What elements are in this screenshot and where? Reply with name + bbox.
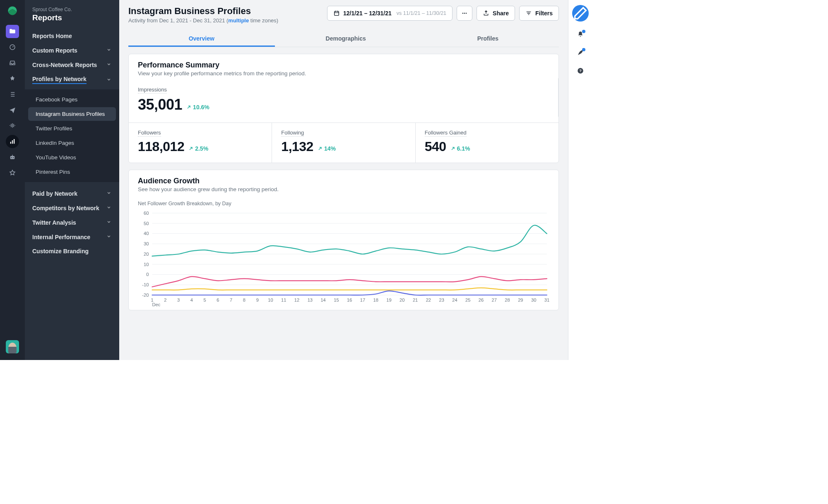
- sidebar-subitem[interactable]: LinkedIn Pages: [28, 136, 116, 150]
- right-rail: ?: [568, 0, 592, 360]
- arrow-up-right-icon: [450, 146, 455, 151]
- sidebar-subitem[interactable]: Facebook Pages: [28, 93, 116, 106]
- nav-publishing-icon[interactable]: [6, 25, 19, 38]
- date-range-button[interactable]: 12/1/21 – 12/31/21 vs 11/1/21 – 11/30/21: [327, 6, 453, 21]
- metric-label: Followers Gained: [425, 130, 467, 137]
- svg-text:26: 26: [479, 298, 484, 302]
- sidebar-item[interactable]: Customize Branding: [25, 244, 119, 258]
- metric-value: 540: [425, 139, 446, 154]
- sidebar-item[interactable]: Twitter Analysis: [25, 215, 119, 230]
- metric-delta: 10.6%: [186, 104, 209, 110]
- svg-text:9: 9: [256, 298, 259, 302]
- svg-text:27: 27: [492, 298, 497, 302]
- sidebar-item[interactable]: Custom Reports: [25, 43, 119, 58]
- filters-button[interactable]: Filters: [519, 6, 559, 21]
- sidebar-item[interactable]: Paid by Network: [25, 186, 119, 201]
- nav-reports-icon[interactable]: [6, 135, 19, 148]
- tab[interactable]: Overview: [128, 31, 275, 47]
- svg-text:20: 20: [400, 298, 404, 302]
- main: Instagram Business Profiles Activity fro…: [119, 0, 568, 360]
- nav-listen-icon[interactable]: [6, 119, 19, 132]
- help-button[interactable]: ?: [577, 67, 584, 76]
- svg-text:25: 25: [465, 298, 470, 302]
- sidebar-item[interactable]: Cross-Network Reports: [25, 58, 119, 72]
- svg-rect-1: [10, 156, 15, 159]
- user-avatar[interactable]: [6, 340, 19, 353]
- svg-text:29: 29: [518, 298, 523, 302]
- audience-growth-chart: -20-100102030405060123456789101112131415…: [138, 211, 549, 307]
- nav-inbox-icon[interactable]: [6, 56, 19, 70]
- svg-text:3: 3: [177, 298, 180, 302]
- svg-text:5: 5: [204, 298, 206, 302]
- nav-pin-icon[interactable]: [6, 72, 19, 85]
- page-title: Instagram Business Profiles: [128, 6, 278, 17]
- nav-list-icon[interactable]: [6, 88, 19, 101]
- svg-text:23: 23: [439, 298, 444, 302]
- svg-text:10: 10: [144, 262, 149, 267]
- svg-text:8: 8: [243, 298, 246, 302]
- sidebar-subitem[interactable]: Twitter Profiles: [28, 122, 116, 135]
- growth-title: Audience Growth: [138, 177, 549, 185]
- org-name: Sprout Coffee Co.: [32, 7, 112, 12]
- arrow-up-right-icon: [318, 146, 323, 151]
- metric-delta: 14%: [318, 145, 336, 152]
- metric-label: Following: [281, 130, 304, 137]
- more-button[interactable]: [457, 6, 472, 21]
- svg-text:16: 16: [347, 298, 352, 302]
- svg-text:28: 28: [505, 298, 510, 302]
- svg-text:17: 17: [360, 298, 365, 302]
- timezone-link[interactable]: multiple: [228, 17, 249, 24]
- notifications-button[interactable]: [577, 31, 584, 40]
- tab[interactable]: Profiles: [417, 31, 559, 47]
- sidebar-subitem[interactable]: YouTube Videos: [28, 151, 116, 164]
- perf-title: Performance Summary: [138, 61, 549, 70]
- sidebar: Sprout Coffee Co. Reports Reports HomeCu…: [25, 0, 119, 360]
- metric-label: Impressions: [138, 86, 167, 94]
- chevron-down-icon: [106, 219, 112, 226]
- svg-text:15: 15: [334, 298, 339, 302]
- compose-icon: [572, 5, 589, 22]
- sidebar-item[interactable]: Reports Home: [25, 29, 119, 43]
- svg-text:14: 14: [320, 298, 325, 302]
- nav-send-icon[interactable]: [6, 103, 19, 117]
- sidebar-subitem[interactable]: Pinterest Pins: [28, 165, 116, 179]
- growth-subtitle: See how your audience grew during the re…: [138, 186, 549, 192]
- sidebar-item[interactable]: Internal Performance: [25, 230, 119, 244]
- feedback-button[interactable]: [577, 49, 584, 58]
- svg-text:7: 7: [230, 298, 232, 302]
- chart-title: Net Follower Growth Breakdown, by Day: [138, 201, 549, 206]
- compose-button[interactable]: [572, 5, 589, 22]
- chevron-down-icon: [106, 61, 112, 68]
- svg-text:13: 13: [308, 298, 313, 302]
- svg-text:20: 20: [144, 252, 149, 257]
- nav-star-icon[interactable]: [6, 166, 19, 180]
- svg-text:31: 31: [544, 298, 549, 302]
- chevron-down-icon: [106, 190, 112, 197]
- sprout-logo-icon: [7, 5, 18, 17]
- nav-bot-icon[interactable]: [6, 151, 19, 164]
- metric-delta: 6.1%: [450, 145, 470, 152]
- svg-text:-10: -10: [142, 282, 149, 287]
- chevron-down-icon: [106, 204, 112, 211]
- filters-icon: [525, 10, 532, 17]
- sidebar-item[interactable]: Competitors by Network: [25, 201, 119, 215]
- icon-rail: [0, 0, 25, 360]
- svg-text:50: 50: [144, 221, 149, 226]
- metric-value: 1,132: [281, 139, 313, 154]
- metric-delta: 2.5%: [188, 145, 208, 152]
- audience-growth-card: Audience Growth See how your audience gr…: [128, 170, 559, 310]
- svg-text:0: 0: [146, 272, 149, 277]
- svg-text:30: 30: [531, 298, 536, 302]
- nav-dashboard-icon[interactable]: [6, 41, 19, 54]
- svg-text:6: 6: [217, 298, 219, 302]
- tab[interactable]: Demographics: [275, 31, 417, 47]
- sidebar-subitem[interactable]: Instagram Business Profiles: [28, 107, 116, 121]
- svg-text:11: 11: [281, 298, 286, 302]
- arrow-up-right-icon: [188, 146, 193, 151]
- svg-text:?: ?: [579, 69, 582, 73]
- share-button[interactable]: Share: [477, 6, 515, 21]
- svg-text:2: 2: [164, 298, 166, 302]
- more-horizontal-icon: [461, 10, 468, 17]
- chevron-down-icon: [106, 233, 112, 240]
- sidebar-item[interactable]: Profiles by Network: [25, 72, 119, 88]
